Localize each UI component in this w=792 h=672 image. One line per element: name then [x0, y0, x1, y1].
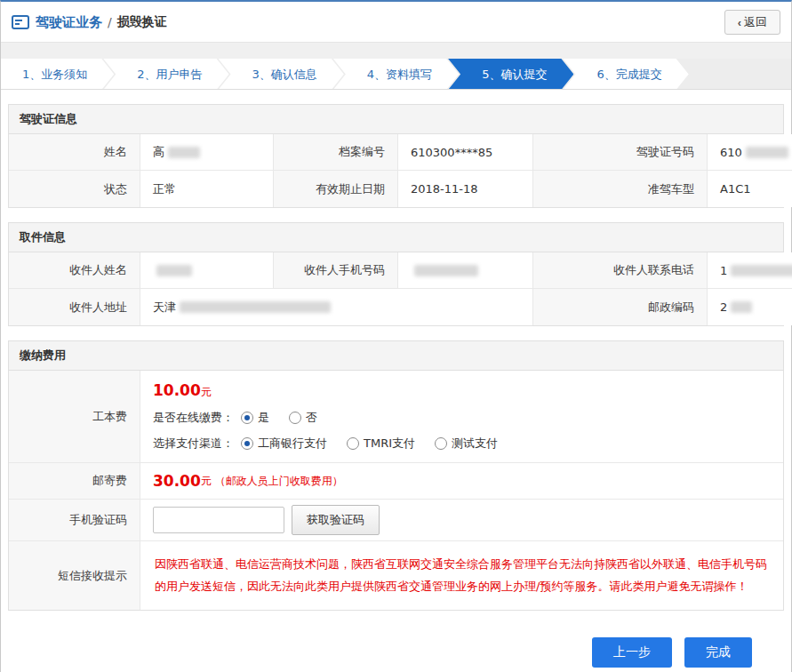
- production-fee-unit: 元: [201, 386, 212, 398]
- online-payment-no-label: 否: [306, 410, 317, 426]
- recipient-address-value: 天津: [140, 289, 533, 325]
- license-info-section: 驾驶证信息 姓名 高 档案编号 610300****85 驾驶证号码 610 状…: [8, 104, 784, 208]
- redacted-blur: [731, 265, 792, 276]
- captcha-content: 获取验证码: [140, 500, 783, 541]
- recipient-phone-value: 1: [708, 252, 792, 289]
- status-label: 状态: [9, 171, 140, 207]
- expiry-label: 有效期止日期: [274, 171, 398, 207]
- channel-icbc-option[interactable]: 工商银行支付: [241, 436, 327, 452]
- file-number-label: 档案编号: [274, 134, 398, 171]
- online-payment-row: 是否在线缴费： 是 否: [153, 410, 771, 426]
- payment-channel-label: 选择支付渠道：: [153, 436, 234, 452]
- production-fee-content: 10.00元 是否在线缴费： 是 否 选择支: [140, 371, 783, 463]
- online-payment-yes-option[interactable]: 是: [241, 410, 269, 426]
- online-payment-no-option[interactable]: 否: [289, 410, 317, 426]
- license-number-label: 驾驶证号码: [533, 134, 708, 171]
- license-service-icon: [12, 15, 29, 29]
- page-title: 驾驶证业务: [36, 14, 102, 31]
- payment-channel-row: 选择支付渠道： 工商银行支付 TMRI支付 测试支付: [153, 436, 771, 452]
- license-number-value: 610: [708, 134, 792, 171]
- step-6-complete[interactable]: 6、完成提交: [563, 59, 688, 90]
- license-info-table: 姓名 高 档案编号 610300****85 驾驶证号码 610 状态 正常 有…: [8, 134, 784, 208]
- step-1-notice[interactable]: 1、业务须知: [1, 59, 114, 90]
- online-payment-label: 是否在线缴费：: [153, 410, 234, 426]
- channel-tmri-option[interactable]: TMRI支付: [347, 436, 415, 452]
- vehicle-class-value: A1C1: [708, 171, 792, 207]
- sms-notice-label: 短信接收提示: [9, 541, 140, 610]
- back-button[interactable]: ‹ 返回: [724, 10, 780, 35]
- finish-button[interactable]: 完成: [684, 637, 752, 668]
- step-3-confirm-info[interactable]: 3、确认信息: [219, 59, 344, 90]
- channel-test-option[interactable]: 测试支付: [435, 436, 498, 452]
- recipient-address-label: 收件人地址: [9, 289, 140, 325]
- payment-table: 工本费 10.00元 是否在线缴费： 是 否: [8, 371, 784, 611]
- sms-notice-text: 因陕西省联通、电信运营商技术问题，陕西省互联网交通安全综合服务管理平台无法向持陕…: [140, 541, 783, 610]
- file-number-value: 610300****85: [398, 134, 533, 171]
- payment-section-title: 缴纳费用: [8, 340, 784, 371]
- back-chevron-icon: ‹: [738, 16, 741, 29]
- back-button-label: 返回: [744, 14, 767, 30]
- recipient-name-label: 收件人姓名: [9, 252, 140, 289]
- breadcrumb-separator: /: [108, 15, 112, 29]
- radio-icon[interactable]: [241, 412, 253, 424]
- status-value: 正常: [140, 171, 274, 207]
- header-spacer: [1, 43, 791, 59]
- step-wizard: 1、业务须知 2、用户申告 3、确认信息 4、资料填写 5、确认提交 6、完成提…: [1, 59, 791, 90]
- step-2-declare[interactable]: 2、用户申告: [103, 59, 228, 90]
- production-fee-amount: 10.00: [153, 381, 201, 399]
- main-content: 驾驶证信息 姓名 高 档案编号 610300****85 驾驶证号码 610 状…: [1, 90, 791, 611]
- step-4-fill-data[interactable]: 4、资料填写: [333, 59, 459, 90]
- postage-fee-note: （邮政人员上门收取费用）: [215, 474, 343, 489]
- redacted-blur: [168, 147, 200, 158]
- redacted-blur: [156, 265, 192, 276]
- pickup-section-title: 取件信息: [8, 222, 784, 252]
- postage-fee-content: 30.00元 （邮政人员上门收取费用）: [140, 463, 783, 500]
- channel-test-label: 测试支付: [452, 436, 498, 452]
- postal-code-label: 邮政编码: [533, 289, 708, 325]
- channel-icbc-label: 工商银行支付: [258, 436, 327, 452]
- redacted-blur: [746, 147, 788, 158]
- vehicle-class-label: 准驾车型: [533, 171, 708, 207]
- pickup-info-section: 取件信息 收件人姓名 收件人手机号码 收件人联系电话 1 收件人地址 天津 邮政…: [8, 222, 784, 326]
- production-fee-label: 工本费: [9, 371, 140, 463]
- postage-fee-label: 邮寄费: [9, 463, 140, 500]
- captcha-input[interactable]: [153, 507, 284, 533]
- name-label: 姓名: [9, 134, 140, 171]
- breadcrumb-current: 损毁换证: [117, 14, 167, 30]
- license-section-title: 驾驶证信息: [8, 104, 784, 134]
- postage-fee-amount: 30.00: [153, 472, 201, 490]
- postal-code-value: 2: [708, 289, 792, 325]
- radio-icon[interactable]: [435, 437, 447, 450]
- redacted-blur: [414, 265, 478, 276]
- page-container: 驾驶证业务 / 损毁换证 ‹ 返回 1、业务须知 2、用户申告 3、确认信息 4…: [0, 0, 792, 672]
- postage-fee-unit: 元: [201, 474, 212, 489]
- online-payment-yes-label: 是: [258, 410, 269, 426]
- expiry-value: 2018-11-18: [398, 171, 533, 207]
- name-value: 高: [140, 134, 274, 171]
- redacted-blur: [731, 301, 752, 313]
- production-fee-amount-line: 10.00元: [153, 381, 771, 400]
- recipient-mobile-label: 收件人手机号码: [274, 252, 398, 289]
- footer-actions: 上一步 完成: [1, 625, 791, 672]
- radio-icon[interactable]: [347, 437, 359, 450]
- radio-icon[interactable]: [289, 412, 301, 424]
- recipient-phone-label: 收件人联系电话: [533, 252, 708, 289]
- captcha-label: 手机验证码: [9, 500, 140, 541]
- previous-step-button[interactable]: 上一步: [592, 637, 672, 668]
- get-captcha-button[interactable]: 获取验证码: [292, 505, 380, 535]
- redacted-blur: [180, 301, 331, 313]
- pickup-info-table: 收件人姓名 收件人手机号码 收件人联系电话 1 收件人地址 天津 邮政编码 2: [8, 252, 784, 326]
- radio-icon[interactable]: [241, 437, 253, 450]
- step-5-confirm-submit[interactable]: 5、确认提交: [448, 59, 573, 90]
- channel-tmri-label: TMRI支付: [364, 436, 415, 452]
- recipient-name-value: [140, 252, 274, 289]
- page-header: 驾驶证业务 / 损毁换证 ‹ 返回: [1, 2, 791, 43]
- recipient-mobile-value: [398, 252, 533, 289]
- payment-section: 缴纳费用 工本费 10.00元 是否在线缴费： 是: [8, 340, 784, 611]
